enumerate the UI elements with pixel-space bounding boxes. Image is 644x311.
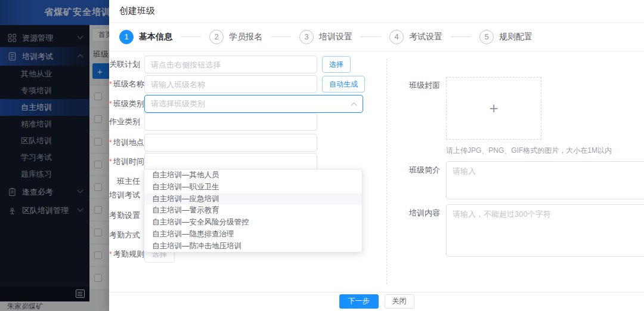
attendance-method-label: 考勤方式: [109, 230, 140, 241]
step-number: 3: [299, 30, 314, 44]
step-1[interactable]: 1基本信息: [119, 30, 172, 44]
step-connector: [451, 36, 471, 37]
next-step-button[interactable]: 下一步: [339, 294, 379, 309]
related-plan-select-button[interactable]: 选择: [322, 56, 351, 73]
step-number: 5: [479, 30, 494, 44]
step-label: 考试设置: [409, 32, 442, 42]
class-category-dropdown: 自主培训—其他人员自主培训—职业卫生自主培训—应急培训自主培训—警示教育自主培训…: [144, 169, 363, 253]
step-number: 1: [119, 30, 134, 44]
modal-title: 创建班级: [119, 5, 155, 17]
class-category-placeholder: 请选择班级类别: [151, 98, 205, 109]
step-connector: [271, 36, 291, 37]
train-exam-label: 培训考试: [109, 190, 140, 201]
step-connector: [181, 36, 201, 37]
step-wizard: 1基本信息2学员报名3培训设置4考试设置5规则配置: [109, 23, 644, 51]
step-label: 基本信息: [139, 32, 172, 42]
field-training-place: 培训地点: [109, 134, 317, 152]
modal-footer: 下一步 关闭: [109, 292, 644, 311]
step-label: 规则配置: [499, 32, 532, 42]
training-time-input[interactable]: [144, 153, 317, 171]
training-content-textarea[interactable]: [446, 204, 644, 257]
field-training-time: 培训时间: [109, 153, 317, 171]
create-class-modal: 创建班级 1基本信息2学员报名3培训设置4考试设置5规则配置 关联计划 选择 班…: [109, 0, 644, 311]
related-plan-label: 关联计划: [109, 59, 140, 70]
class-category-label: 班级类别: [109, 98, 140, 109]
plus-icon: +: [489, 99, 498, 118]
step-label: 培训设置: [319, 32, 352, 42]
step-label: 学员报名: [229, 32, 262, 42]
dropdown-option[interactable]: 自主培训—防冲击地压培训: [144, 241, 362, 253]
class-intro-textarea[interactable]: [446, 161, 644, 199]
class-cover-label: 班级封面: [404, 80, 440, 91]
class-name-input[interactable]: [144, 75, 317, 93]
training-time-label: 培训时间: [109, 156, 140, 167]
cover-upload-hint: 请上传JPG、PNG、GIF格式的图片，大小在1M以内: [446, 146, 612, 156]
job-type-input[interactable]: [144, 113, 317, 131]
training-place-label: 培训地点: [109, 137, 140, 148]
job-type-label: 作业类别: [109, 116, 140, 127]
training-content-label: 培训内容: [404, 208, 440, 218]
modal-body: 关联计划 选择 班级名称 自动生成 班级类别: [109, 51, 644, 291]
dropdown-option[interactable]: 自主培训—应急培训: [144, 193, 362, 205]
training-place-input[interactable]: [144, 134, 317, 152]
field-class-category: 班级类别 请选择班级类别: [109, 95, 363, 113]
class-category-select[interactable]: 请选择班级类别: [144, 95, 363, 113]
attendance-rule-label: 考勤规则: [109, 249, 140, 260]
dropdown-option[interactable]: 自主培训—隐患排查治理: [144, 229, 362, 241]
step-5[interactable]: 5规则配置: [479, 30, 532, 44]
cover-upload-box[interactable]: +: [446, 77, 541, 140]
auto-generate-button[interactable]: 自动生成: [322, 76, 365, 93]
chevron-up-icon: [351, 103, 357, 109]
step-connector: [361, 36, 381, 37]
column-divider: [386, 58, 387, 284]
dropdown-option[interactable]: 自主培训—职业卫生: [144, 181, 362, 193]
step-number: 4: [389, 30, 404, 44]
related-plan-input[interactable]: [144, 56, 317, 73]
close-button[interactable]: 关闭: [385, 294, 414, 309]
screen: 省煤矿安全培训考核监 资源管理培训考试其他从业专项培训自主培训精准培训区队培训学…: [0, 0, 644, 311]
dropdown-option[interactable]: 自主培训—安全风险分级管控: [144, 217, 362, 229]
field-class-name: 班级名称 自动生成: [109, 75, 365, 93]
step-number: 2: [209, 30, 224, 44]
class-intro-label: 班级简介: [404, 165, 440, 175]
dropdown-option[interactable]: 自主培训—警示教育: [144, 205, 362, 217]
attendance-setting-label: 考勤设置: [109, 210, 140, 221]
field-job-type: 作业类别: [109, 113, 317, 131]
step-3[interactable]: 3培训设置: [299, 30, 352, 44]
step-2[interactable]: 2学员报名: [209, 30, 262, 44]
field-related-plan: 关联计划 选择: [109, 56, 351, 73]
modal-header: 创建班级: [109, 0, 644, 23]
dropdown-option[interactable]: 自主培训—其他人员: [144, 170, 362, 181]
class-name-label: 班级名称: [109, 79, 140, 90]
head-teacher-label: 班主任: [109, 176, 140, 187]
step-4[interactable]: 4考试设置: [389, 30, 442, 44]
